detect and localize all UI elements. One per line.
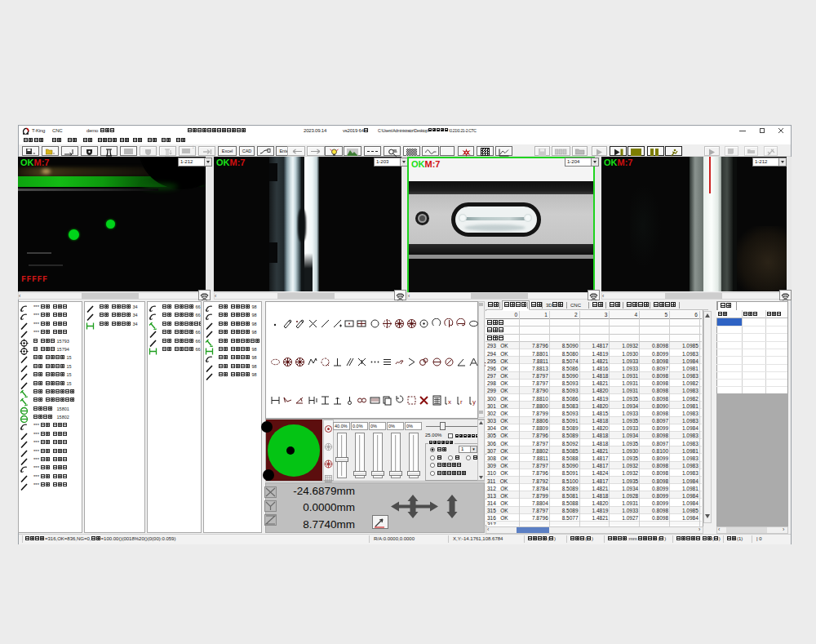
svg-text:x: x [448, 398, 451, 406]
svg-text:y: y [472, 398, 476, 406]
svg-text:r: r [460, 398, 463, 406]
